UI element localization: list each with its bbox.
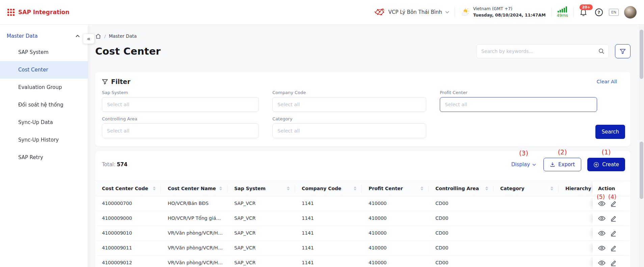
controlling-area-select[interactable]: Select all [102,123,259,138]
column-header-cost-center-name[interactable]: Cost Center Name [161,181,227,196]
edit-button[interactable] [610,245,617,251]
cell-sap-system: SAP_VCR [227,226,295,240]
view-button[interactable] [598,245,606,251]
edit-button[interactable] [610,260,617,266]
latency-value: 49ms [557,13,568,18]
sap-system-select[interactable]: Select all [102,97,259,112]
sidebar-item-sap-system[interactable]: SAP System [0,43,88,61]
view-button[interactable] [598,201,606,206]
notification-badge: 20+ [580,4,593,10]
field-label: Controlling Area [102,116,259,121]
company-switcher[interactable]: VCP Lý Bôn Thái Bình [374,8,449,17]
cost-center-table-panel: Total:574 (3) Display (2) [95,151,630,267]
breadcrumb-separator: / [104,34,106,39]
cell-controlling-area: CD00 [429,211,493,226]
chevron-down-icon [445,11,449,13]
search-icon[interactable] [598,48,605,54]
sort-icon[interactable] [551,186,553,190]
cell-category [493,241,559,255]
sidebar-item-sync-up-history[interactable]: Sync-Up History [0,131,88,149]
cell-profit-center: 410000 [362,196,429,211]
view-button[interactable] [598,216,606,221]
edit-button[interactable] [610,230,617,237]
page-title: Cost Center [95,46,161,57]
sidebar-item-doi-soat-he-thong[interactable]: Đối soát hệ thống [0,96,88,114]
sort-icon[interactable] [287,186,290,190]
home-icon[interactable] [95,33,101,39]
app-logo[interactable]: SAP Integration [7,9,70,16]
table-row: 4100000700 HO/VCR/Bán BĐS SAP_VCR 1141 4… [95,196,630,211]
funnel-icon [102,79,108,85]
weather-icon [460,8,470,17]
divider [455,7,455,17]
search-button[interactable]: Search [595,125,625,139]
search-input[interactable] [481,49,598,54]
sort-icon[interactable] [219,186,222,190]
column-header-sap-system[interactable]: Sap System [227,181,295,196]
cell-profit-center: 410000 [362,226,429,240]
breadcrumb: / Master Data [95,33,630,39]
edit-button[interactable] [610,200,617,207]
column-header-cost-center-code[interactable]: Cost Center Code [95,181,161,196]
display-dropdown[interactable]: Display [510,159,537,170]
category-select[interactable]: Select all [272,123,426,138]
scrollbar-thumb[interactable] [640,142,643,199]
annotation-4: (4) [608,194,616,200]
annotation-1: (1) [587,149,625,155]
cell-category [493,196,559,211]
sidebar-item-cost-center[interactable]: Cost Center [0,61,88,79]
filter-toggle-button[interactable] [615,44,630,58]
filter-title: Filter [111,78,130,85]
sort-icon[interactable] [354,186,356,190]
column-header-category[interactable]: Category [493,181,559,196]
cell-cost-center-name: HO/VCR/Bán BĐS [161,196,227,211]
table-row: 4100009010 VR/Văn phòng/VCR/HO... SAP_VC… [95,226,630,241]
clear-all-link[interactable]: Clear All [596,79,617,84]
column-header-profit-center[interactable]: Profit Center [362,181,429,196]
cell-cost-center-name: HO/VCR/VP Tổng giám ... [161,211,227,226]
collapse-sidebar-button[interactable]: « [83,34,95,44]
cell-cost-center-name: VR/Văn phòng/VCR/HO... [161,226,227,240]
help-icon[interactable]: ? [595,8,603,16]
cell-company-code: 1141 [295,256,362,267]
cell-profit-center: 410000 [362,241,429,255]
sort-icon[interactable] [153,186,156,190]
view-button[interactable] [598,260,606,266]
language-badge[interactable]: EN [609,9,619,16]
cell-action: (5) (4) [593,196,630,211]
column-header-controlling-area[interactable]: Controlling Area [429,181,493,196]
sidebar-item-evaluation-group[interactable]: Evaluation Group [0,79,88,96]
scrollbar-thumb[interactable] [640,30,643,79]
cell-controlling-area: CD00 [429,226,493,240]
column-header-hierarchy[interactable]: Hierarchy [559,181,593,196]
cell-action [593,226,630,240]
view-button[interactable] [598,231,606,236]
field-label: Profit Center [440,90,597,95]
cell-company-code: 1141 [295,226,362,240]
cell-sap-system: SAP_VCR [227,211,295,226]
cell-action [593,211,630,226]
annotation-2: (2) [543,149,581,155]
column-header-company-code[interactable]: Company Code [295,181,362,196]
sort-icon[interactable] [485,186,488,190]
company-code-select[interactable]: Select all [272,97,426,112]
cell-hierarchy [559,241,593,255]
export-button[interactable]: Export [543,158,581,171]
sidebar: Master Data SAP System Cost Center Evalu… [0,25,88,267]
create-button[interactable]: Create [587,158,625,171]
sort-icon[interactable] [421,186,423,190]
field-label: Sap System [102,90,259,95]
sidebar-item-sap-retry[interactable]: SAP Retry [0,149,88,166]
cell-category [493,211,559,226]
notifications-button[interactable]: 20+ [579,8,588,17]
cell-cost-center-name: VR/Văn phòng/VCR/HO... [161,256,227,267]
avatar[interactable] [624,6,637,19]
profit-center-select[interactable]: Select all [440,97,597,112]
field-label: Company Code [272,90,426,95]
edit-button[interactable] [610,215,617,222]
sidebar-group-master-data[interactable]: Master Data [0,29,88,43]
sidebar-item-sync-up-data[interactable]: Sync-Up Data [0,114,88,131]
app-title: SAP Integration [18,9,70,16]
plus-circle-icon [593,162,599,168]
table-row: 4100009000 HO/VCR/VP Tổng giám ... SAP_V… [95,211,630,226]
